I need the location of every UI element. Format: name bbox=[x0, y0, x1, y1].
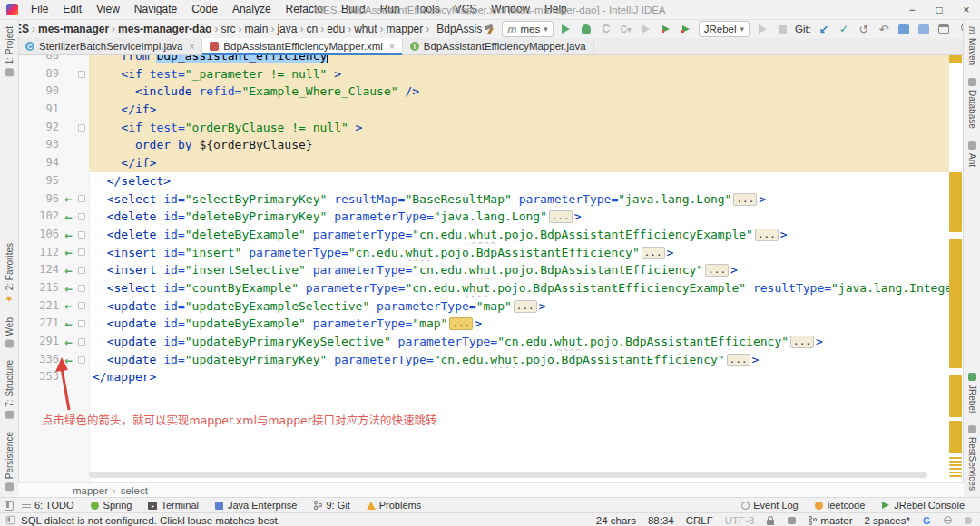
code-text[interactable]: order by ${orderByClause} bbox=[89, 136, 949, 154]
code-text[interactable]: </select> bbox=[89, 172, 949, 190]
globe-icon[interactable] bbox=[943, 516, 952, 525]
status-item-crlf[interactable]: CRLF bbox=[686, 515, 713, 526]
folded-region-badge[interactable]: ... bbox=[755, 229, 779, 241]
code-line[interactable]: 94← </if> bbox=[18, 154, 964, 172]
status-item-utf8[interactable]: UTF-8 bbox=[725, 515, 755, 526]
code-line[interactable]: 291← <update id="updateByPrimaryKeySelec… bbox=[18, 333, 964, 351]
code-line[interactable]: 93← order by ${orderByClause} bbox=[18, 136, 964, 154]
tool-window-button-jrebelconsole[interactable]: JRebel Console bbox=[873, 498, 973, 512]
goto-mapper-arrow-icon[interactable]: ← bbox=[62, 246, 75, 258]
folded-region-badge[interactable]: ... bbox=[705, 264, 729, 277]
stripe-button-project[interactable]: 1: Project bbox=[5, 20, 15, 83]
breadcrumb-item[interactable]: main bbox=[242, 23, 270, 35]
code-text[interactable]: </if> bbox=[89, 101, 949, 119]
fold-marker-icon[interactable] bbox=[78, 302, 85, 309]
stripe-button-persistence[interactable]: Persistence bbox=[5, 425, 15, 497]
git-history-icon[interactable]: ↺ bbox=[857, 23, 871, 36]
code-line[interactable]: 353←</mapper> bbox=[18, 368, 964, 386]
stripe-button-ant[interactable]: Ant bbox=[967, 135, 977, 173]
stripe-button-restservices[interactable]: RestServices bbox=[967, 419, 977, 497]
code-line[interactable]: 90← <include refid="Example_Where_Clause… bbox=[18, 83, 964, 101]
code-line[interactable]: 88← from bdp_assistant_efficiency bbox=[18, 54, 964, 65]
build-hammer-icon[interactable] bbox=[482, 23, 496, 36]
menu-item-vcs[interactable]: VCS bbox=[447, 0, 485, 19]
folded-region-badge[interactable]: ... bbox=[727, 354, 750, 366]
code-text[interactable]: <delete id="deleteByExample" parameterTy… bbox=[89, 226, 949, 244]
menu-item-help[interactable]: Help bbox=[537, 0, 574, 19]
fold-marker-icon[interactable] bbox=[78, 231, 85, 239]
jrebel-combo[interactable]: JRebel▾ bbox=[699, 21, 750, 37]
breadcrumb-item[interactable]: BdpAssistantEfficiencyMapper.xml bbox=[435, 23, 482, 35]
run-icon[interactable] bbox=[559, 23, 573, 36]
menu-item-navigate[interactable]: Navigate bbox=[127, 0, 184, 19]
git-update-icon[interactable]: ↙ bbox=[817, 23, 831, 36]
stripe-button-structure[interactable]: 7: Structure bbox=[5, 354, 15, 425]
folded-region-badge[interactable]: ... bbox=[449, 317, 473, 330]
tool-window-button-terminal[interactable]: ▸Terminal bbox=[140, 498, 207, 512]
goto-mapper-arrow-icon[interactable]: ← bbox=[62, 317, 75, 330]
goto-mapper-arrow-icon[interactable]: ← bbox=[62, 192, 75, 205]
menu-item-edit[interactable]: Edit bbox=[55, 0, 89, 19]
goto-mapper-arrow-icon[interactable]: ← bbox=[62, 264, 75, 277]
horizontal-scrollbar[interactable] bbox=[89, 472, 927, 478]
code-line[interactable]: 124← <insert id="insertSelective" parame… bbox=[18, 261, 964, 279]
minimize-button[interactable]: − bbox=[898, 0, 926, 19]
code-line[interactable]: 92← <if test="orderByClause != null" > bbox=[18, 119, 964, 137]
fold-marker-icon[interactable] bbox=[78, 213, 85, 220]
jrebel-run-icon[interactable] bbox=[659, 23, 673, 36]
fold-marker-icon[interactable] bbox=[78, 195, 85, 202]
code-line[interactable]: 95← </select> bbox=[18, 172, 964, 190]
code-line[interactable]: 102← <delete id="deleteByPrimaryKey" par… bbox=[18, 208, 964, 226]
status-item-2spaces[interactable]: 2 spaces* bbox=[864, 515, 910, 526]
breadcrumb-item[interactable]: mes-manager-dao bbox=[116, 23, 213, 35]
code-text[interactable]: </if> bbox=[89, 154, 949, 172]
goto-mapper-arrow-icon[interactable]: ← bbox=[62, 229, 75, 241]
breadcrumb-item[interactable]: cn bbox=[304, 23, 319, 35]
code-text[interactable]: <insert id="insert" parameterType="cn.ed… bbox=[89, 244, 949, 262]
folded-region-badge[interactable]: ... bbox=[549, 210, 573, 223]
code-text[interactable]: <update id="updateByExampleSelective" pa… bbox=[89, 297, 949, 316]
tool-window-button-todo[interactable]: 6: TODO bbox=[14, 498, 83, 512]
tool-window-button-git[interactable]: 9: Git bbox=[305, 498, 358, 512]
menu-item-tools[interactable]: Tools bbox=[407, 0, 447, 19]
menu-item-analyze[interactable]: Analyze bbox=[225, 0, 279, 19]
editor-tab[interactable]: CSterilizerBatchServiceImpl.java× bbox=[18, 38, 202, 54]
code-text[interactable]: <select id="countByExample" parameterTyp… bbox=[89, 279, 949, 297]
fold-marker-icon[interactable] bbox=[78, 248, 85, 256]
code-text[interactable]: <if test="orderByClause != null" > bbox=[89, 119, 949, 137]
translate-icon[interactable]: G bbox=[922, 516, 931, 525]
breadcrumb-item[interactable]: java bbox=[275, 23, 299, 35]
status-item-8834[interactable]: 88:34 bbox=[648, 515, 674, 526]
code-text[interactable]: <update id="updateByPrimaryKey" paramete… bbox=[89, 351, 949, 369]
goto-mapper-arrow-icon[interactable]: ← bbox=[62, 282, 75, 295]
goto-mapper-arrow-icon[interactable]: ← bbox=[62, 299, 75, 312]
fold-marker-icon[interactable] bbox=[78, 356, 85, 364]
fold-marker-icon[interactable] bbox=[78, 267, 85, 274]
stripe-button-favorites[interactable]: ★2: Favorites bbox=[5, 237, 15, 310]
breadcrumb-bottom-item[interactable]: mapper bbox=[73, 485, 108, 496]
code-text[interactable]: <update id="updateByPrimaryKeySelective"… bbox=[89, 333, 949, 351]
tool-window-button-eventlog[interactable]: Event Log bbox=[732, 498, 807, 512]
menu-item-window[interactable]: Window bbox=[484, 0, 537, 19]
menu-item-view[interactable]: View bbox=[89, 0, 127, 19]
run-config-combo[interactable]: mmes▾ bbox=[502, 21, 554, 37]
restore-layout-icon[interactable] bbox=[936, 23, 951, 36]
code-text[interactable]: <if test="_parameter != null" > bbox=[89, 65, 949, 83]
status-toolwindow-icon[interactable] bbox=[6, 516, 15, 524]
stripe-button-maven[interactable]: mMaven bbox=[967, 20, 977, 72]
editor-tab[interactable]: BdpAssistantEfficiencyMapper.xml× bbox=[202, 38, 402, 54]
attach-disabled-icon[interactable] bbox=[755, 23, 769, 36]
code-text[interactable]: <update id="updateByExample" parameterTy… bbox=[89, 315, 949, 333]
code-line[interactable]: 271← <update id="updateByExample" parame… bbox=[18, 315, 964, 333]
stripe-button-database[interactable]: Database bbox=[967, 72, 977, 135]
indicator-icon[interactable] bbox=[964, 516, 973, 525]
code-text[interactable]: </mapper> bbox=[89, 368, 949, 386]
fold-marker-icon[interactable] bbox=[78, 320, 85, 327]
breadcrumb-item[interactable]: src bbox=[219, 23, 237, 35]
menu-item-code[interactable]: Code bbox=[184, 0, 225, 19]
editor[interactable]: 88← from bdp_assistant_efficiency89← <if… bbox=[18, 54, 964, 482]
menu-item-run[interactable]: Run bbox=[373, 0, 407, 19]
tool-window-button-spring[interactable]: Spring bbox=[83, 498, 141, 512]
menu-item-build[interactable]: Build bbox=[334, 0, 373, 19]
fold-marker-icon[interactable] bbox=[78, 71, 85, 78]
